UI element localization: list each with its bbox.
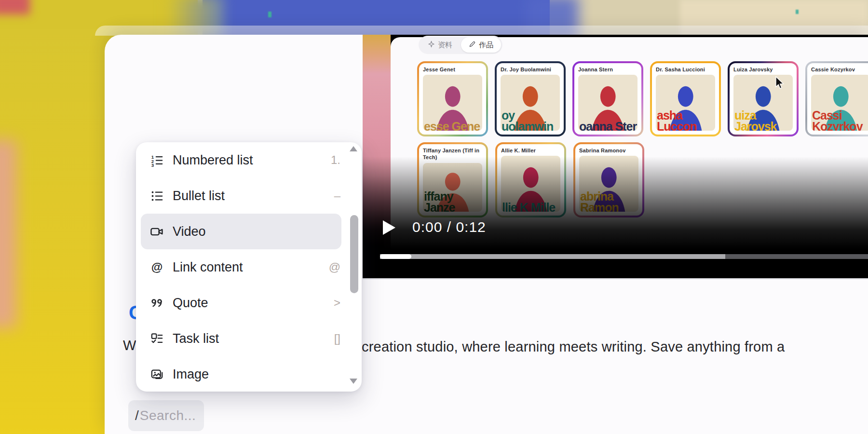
play-button[interactable] <box>382 219 396 236</box>
menu-item-task-list[interactable]: Task list[] <box>136 321 362 356</box>
image-icon <box>149 367 164 381</box>
menu-item-label: Video <box>173 224 340 239</box>
slash-prefix: / <box>135 408 139 423</box>
menu-item-label: Numbered list <box>173 153 331 168</box>
menu-scrollbar-thumb[interactable] <box>350 215 358 293</box>
svg-text:3: 3 <box>151 163 153 167</box>
paint-teal-speck <box>796 10 799 14</box>
play-icon <box>382 219 396 236</box>
menu-item-quote[interactable]: Quote> <box>136 285 362 321</box>
scroll-down-icon[interactable] <box>350 379 357 384</box>
progress-buffered <box>380 254 725 259</box>
menu-item-image[interactable]: Image <box>136 356 362 392</box>
search-placeholder: Search... <box>140 408 196 423</box>
video-bottom-gradient <box>363 35 868 278</box>
menu-item-link-content[interactable]: @Link content@ <box>136 249 362 285</box>
menu-item-bullet-list[interactable]: Bullet list– <box>136 178 362 214</box>
screenshot-root: 资料作品 Jesse Genetesse GeneDr. Joy Buolamw… <box>0 0 868 434</box>
menu-item-label: Image <box>173 367 340 382</box>
video-divider <box>363 278 868 280</box>
menu-item-shortcut-hint: @ <box>329 260 340 274</box>
menu-item-label: Quote <box>173 296 334 311</box>
menu-item-numbered-list[interactable]: 123Numbered list1. <box>136 142 362 178</box>
menu-item-label: Task list <box>173 331 334 346</box>
quote-icon <box>149 296 164 310</box>
numbered-list-icon: 123 <box>149 153 164 167</box>
menu-item-video[interactable]: Video <box>141 214 341 249</box>
paint-teal-speck <box>268 12 271 17</box>
bullet-list-icon <box>149 189 164 203</box>
mouse-cursor <box>775 76 786 93</box>
slash-command-menu: 123Numbered list1.Bullet list–Video@Link… <box>136 142 362 392</box>
progress-played[interactable] <box>380 254 411 259</box>
slash-command-search[interactable]: / Search... <box>128 400 204 431</box>
menu-item-shortcut-hint: > <box>334 296 340 310</box>
paint-salmon-streak <box>0 140 16 328</box>
partial-body-word: W <box>123 338 136 357</box>
video-progress-bar[interactable] <box>380 254 868 259</box>
video-time: 0:00 / 0:12 <box>412 219 486 235</box>
menu-item-shortcut-hint: [] <box>334 332 340 345</box>
menu-item-label: Bullet list <box>173 189 334 203</box>
svg-text:@: @ <box>151 260 163 273</box>
paint-red-corner <box>0 0 30 14</box>
frosted-band <box>95 26 868 36</box>
scroll-up-icon[interactable] <box>350 146 357 151</box>
task-list-icon <box>149 331 164 346</box>
video-player[interactable]: 资料作品 Jesse Genetesse GeneDr. Joy Buolamw… <box>363 35 868 278</box>
menu-item-shortcut-hint: 1. <box>331 153 340 167</box>
menu-item-label: Link content <box>173 260 329 275</box>
video-icon <box>149 224 164 239</box>
editor-body-text: creation studio, where learning meets wr… <box>362 339 868 355</box>
at-icon: @ <box>149 260 164 274</box>
menu-item-shortcut-hint: – <box>334 189 340 203</box>
